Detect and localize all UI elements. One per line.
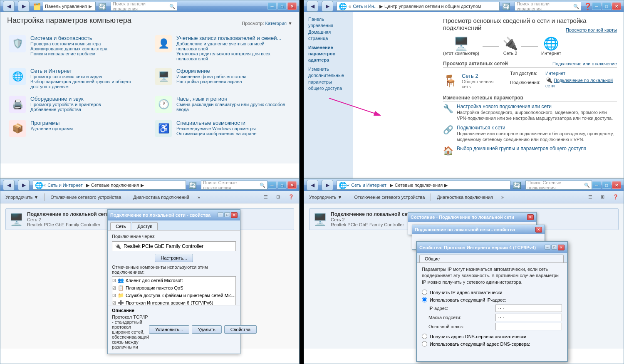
security-title[interactable]: Система и безопасность: [30, 35, 107, 41]
props2-close[interactable]: ✕: [535, 227, 542, 233]
sidebar-home-link[interactable]: Панель управления - Домашняя страница: [308, 16, 349, 42]
hardware-title[interactable]: Оборудование и звук: [30, 96, 101, 102]
nc-address-bar[interactable]: 🌐 « Сеть и Интернет ▶ Сетевые подключени…: [33, 181, 186, 190]
tab-network[interactable]: Сеть: [110, 222, 131, 230]
nc-back-btn[interactable]: ◀: [3, 180, 15, 191]
ipv4-tab-general[interactable]: Общие: [419, 255, 564, 262]
security-link-3[interactable]: Поиск и исправление проблем: [30, 51, 107, 56]
users-link-1[interactable]: Добавление и удаление учетных записей по…: [176, 41, 291, 51]
security-link-2[interactable]: Архивирование данных компьютера: [30, 46, 107, 51]
nc-forward-btn[interactable]: ▶: [18, 180, 30, 191]
ipv4-close[interactable]: ✕: [558, 245, 565, 250]
disable-btn[interactable]: Отключение сетевого устройства: [47, 194, 124, 201]
properties-btn[interactable]: Свойства: [224, 325, 257, 334]
organize-btn[interactable]: Упорядочить ▼: [2, 194, 42, 201]
net-refresh-btn[interactable]: 🔄: [502, 2, 510, 10]
security-link-1[interactable]: Проверка состояния компьютера: [30, 41, 107, 46]
ncr-help-toolbar-btn[interactable]: ❓: [609, 193, 622, 201]
conn-value-link[interactable]: Подключение по локальной сети: [545, 78, 613, 88]
auto-dns-radio[interactable]: [422, 334, 427, 339]
network-link-1[interactable]: Просмотр состояния сети и задач: [30, 74, 145, 79]
ipv4-minimize[interactable]: ─: [545, 245, 550, 250]
ipv4-maximize[interactable]: □: [551, 245, 557, 250]
ncr-view-details-btn[interactable]: ⊞: [597, 193, 608, 201]
install-btn[interactable]: Установить...: [149, 325, 189, 334]
diagnose-btn[interactable]: Диагностика подключений: [130, 194, 193, 201]
ncr-back-btn[interactable]: ◀: [307, 180, 318, 191]
view-details-btn[interactable]: ⊞: [273, 193, 283, 201]
hardware-link-1[interactable]: Просмотр устройств и принтеров: [30, 102, 101, 107]
back-btn[interactable]: ◀: [3, 1, 15, 12]
users-title[interactable]: Учетные записи пользователей и семей...: [176, 35, 291, 41]
ncr-refresh-btn[interactable]: 🔄: [513, 181, 521, 189]
sidebar-adapter-link[interactable]: Изменение параметров адаптера: [308, 45, 349, 64]
network-title[interactable]: Сеть и Интернет: [30, 68, 145, 74]
nc-maximize-btn[interactable]: □: [277, 181, 287, 189]
net-maximize-btn[interactable]: □: [602, 2, 611, 10]
search-box[interactable]: Поиск в панели управления 🔍: [111, 2, 177, 11]
appearance-link-1[interactable]: Изменение фона рабочего стола: [176, 74, 247, 79]
appearance-title[interactable]: Оформление: [176, 68, 247, 74]
nc-close-btn[interactable]: ✕: [287, 181, 297, 189]
address-bar[interactable]: Панель управления ▶: [43, 2, 96, 11]
remove-btn[interactable]: Удалить: [192, 325, 222, 334]
tab-access[interactable]: Доступ: [132, 222, 158, 230]
ncr-disable-btn[interactable]: Отключение сетевого устройства: [351, 194, 428, 201]
programs-title[interactable]: Программы: [30, 120, 73, 126]
maximize-btn[interactable]: □: [277, 2, 287, 10]
ncr-organize-btn[interactable]: Упорядочить ▼: [306, 194, 345, 201]
ncr-address-bar[interactable]: 🌐 « Сеть и Интернет ▶ Сетевые подключени…: [337, 181, 510, 190]
homegroup-link[interactable]: Выбор домашней группы и параметров общег…: [457, 146, 587, 151]
props-maximize[interactable]: □: [224, 212, 230, 217]
net-address-bar[interactable]: 🌐 « Сеть и Ин... ▶ Центр управления сетя…: [337, 2, 500, 11]
refresh-btn[interactable]: 🔄: [98, 2, 106, 10]
network-link-2[interactable]: Выбор параметров домашней группы и общег…: [30, 79, 145, 89]
ncr-more-btn[interactable]: »: [498, 194, 507, 201]
configure-btn[interactable]: Настроить...: [155, 254, 193, 262]
conn-disconnect-link[interactable]: Подключение или отключение: [552, 61, 617, 66]
component-file-sharing[interactable]: ☑ 📁 Служба доступа к файлам и принтерам …: [112, 292, 235, 299]
nc-refresh-btn[interactable]: 🔄: [188, 181, 197, 189]
ncr-view-list-btn[interactable]: ☰: [585, 193, 596, 201]
connect-link[interactable]: Подключиться к сети: [457, 125, 617, 131]
status-close[interactable]: ✕: [527, 214, 534, 220]
props-minimize[interactable]: ─: [218, 212, 223, 217]
close-btn[interactable]: ✕: [287, 2, 297, 10]
new-conn-link[interactable]: Настройка нового подключения или сети: [457, 104, 617, 109]
net-search-box[interactable]: Поиск в панели управления 🔍: [515, 2, 581, 11]
ncr-diagnose-btn[interactable]: Диагностика подключения: [433, 194, 496, 201]
programs-link-1[interactable]: Удаление программ: [30, 126, 73, 131]
ncr-minimize-btn[interactable]: ─: [592, 181, 601, 189]
ncr-forward-btn[interactable]: ▶: [322, 180, 333, 191]
net-back-btn[interactable]: ◀: [307, 1, 318, 12]
props-close[interactable]: ✕: [231, 212, 238, 218]
gateway-input[interactable]: [495, 323, 562, 330]
accessibility-title[interactable]: Специальные возможности: [176, 120, 257, 126]
minimize-btn[interactable]: ─: [267, 2, 277, 10]
users-link-2[interactable]: Установка родительского контроля для все…: [176, 51, 291, 61]
component-qos[interactable]: ☑ 📋 Планировщик пакетов QoS: [112, 284, 235, 292]
help-toolbar-btn[interactable]: ❓: [285, 193, 297, 201]
view-list-btn[interactable]: ☰: [260, 193, 271, 201]
manual-ip-radio[interactable]: [422, 297, 427, 302]
help-btn[interactable]: ❓: [584, 2, 592, 10]
more-btn[interactable]: »: [194, 194, 203, 201]
net-forward-btn[interactable]: ▶: [322, 1, 333, 12]
sidebar-sharing-link[interactable]: Изменить дополнительные параметры общего…: [308, 66, 349, 92]
manual-dns-radio[interactable]: [422, 341, 427, 347]
ncr-search-box[interactable]: Поиск: Сетевые подключения 🔍: [525, 181, 592, 190]
net-minimize-btn[interactable]: ─: [592, 2, 601, 10]
auto-ip-radio[interactable]: [422, 290, 427, 295]
net-close-btn[interactable]: ✕: [612, 2, 621, 10]
component-ms-client[interactable]: ☑ 👥 Клиент для сетей Microsoft: [112, 277, 235, 284]
active-net-name[interactable]: Сеть 2: [462, 73, 499, 79]
accessibility-link-2[interactable]: Оптимизация изображения на экране: [176, 131, 257, 136]
ip-addr-input[interactable]: · · ·: [495, 305, 562, 312]
nc-search-box[interactable]: Поиск: Сетевые подключения 🔍: [201, 181, 267, 190]
hardware-link-2[interactable]: Добавление устройства: [30, 107, 101, 112]
mask-input[interactable]: · · ·: [495, 314, 562, 321]
map-link[interactable]: Просмотр полной карты: [566, 27, 617, 32]
forward-btn[interactable]: ▶: [18, 1, 30, 12]
ncr-maximize-btn[interactable]: □: [602, 181, 611, 189]
accessibility-link-1[interactable]: Рекомендуемые Windows параметры: [176, 126, 257, 131]
